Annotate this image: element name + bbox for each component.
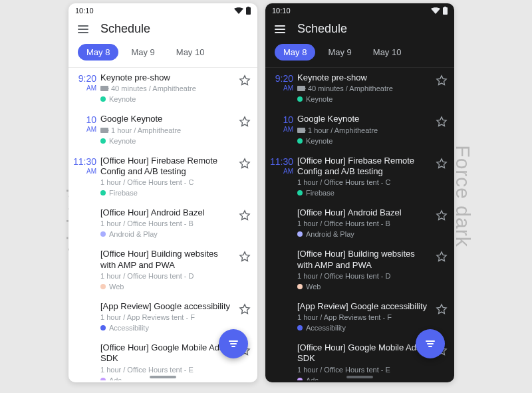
battery-icon (246, 7, 251, 15)
event-title: [Office Hour] Building websites with AMP… (100, 249, 251, 271)
status-time: 10:10 (75, 7, 94, 15)
tag-label: Ads (109, 376, 122, 381)
filter-icon (229, 340, 238, 347)
star-icon[interactable] (239, 303, 251, 318)
event-time-col (265, 342, 297, 380)
menu-icon[interactable] (275, 25, 285, 33)
star-icon[interactable] (436, 251, 448, 265)
event-time-col: 9:20AM (68, 72, 100, 104)
star-icon[interactable] (436, 158, 448, 172)
event-item[interactable]: 9:20AMKeynote pre-show40 minutes / Amphi… (68, 68, 257, 109)
event-subtitle: 40 minutes / Amphitheatre (297, 84, 448, 92)
event-title: Keynote pre-show (100, 72, 251, 83)
event-subtitle: 1 hour / Office Hours tent - D (297, 272, 448, 280)
event-item[interactable]: [Office Hour] Android Bazel1 hour / Offi… (68, 203, 257, 244)
event-time-period: AM (68, 168, 96, 175)
event-time: 11:30 (68, 157, 96, 166)
tag-dot-icon (100, 325, 106, 330)
star-icon[interactable] (239, 158, 251, 172)
star-icon[interactable] (239, 74, 251, 89)
date-chip-2[interactable]: May 10 (364, 44, 410, 61)
tag-dot-icon (100, 231, 106, 237)
event-item[interactable]: 11:30AM[Office Hour] Firebase Remote Con… (68, 151, 257, 203)
date-chips: May 8May 9May 10 (68, 40, 257, 68)
event-time-period: AM (265, 126, 293, 133)
page-title: Schedule (100, 22, 150, 36)
tag-label: Android & Play (306, 230, 354, 238)
event-item[interactable]: [Office Hour] Building websites with AMP… (68, 244, 257, 297)
event-subtitle: 1 hour / Amphitheatre (100, 126, 251, 134)
event-tag: Web (100, 283, 124, 291)
filter-fab[interactable] (219, 329, 248, 358)
tag-label: Web (306, 283, 321, 291)
event-subtitle: 1 hour / Office Hours tent - B (100, 219, 251, 227)
event-item[interactable]: [Office Hour] Building websites with AMP… (265, 244, 454, 297)
event-time-period: AM (68, 126, 96, 133)
tag-dot-icon (297, 190, 303, 196)
event-time-col: 10AM (68, 114, 100, 146)
event-title: Google Keynote (297, 114, 448, 124)
event-subtitle: 1 hour / Office Hours tent - D (100, 272, 251, 280)
event-tag: Android & Play (100, 230, 158, 238)
event-time-col: 9:20AM (265, 72, 297, 104)
event-subtitle: 1 hour / Amphitheatre (297, 126, 448, 134)
event-title: [Office Hour] Building websites with AMP… (297, 249, 448, 271)
svg-rect-0 (246, 7, 251, 15)
menu-icon[interactable] (78, 25, 88, 33)
star-icon[interactable] (436, 74, 448, 89)
date-chip-2[interactable]: May 10 (168, 44, 213, 61)
date-chip-1[interactable]: May 9 (122, 44, 163, 61)
event-time-col (68, 301, 100, 333)
tag-dot-icon (297, 378, 303, 381)
event-title: Keynote pre-show (297, 72, 448, 83)
event-item[interactable]: 9:20AMKeynote pre-show40 minutes / Amphi… (265, 68, 454, 109)
filter-fab[interactable] (416, 329, 445, 358)
gesture-bar[interactable] (346, 376, 373, 378)
tag-dot-icon (100, 138, 106, 144)
wifi-icon (431, 7, 440, 14)
star-icon[interactable] (436, 303, 448, 318)
star-icon[interactable] (239, 116, 251, 130)
event-tag: Web (297, 283, 321, 291)
event-tag: Firebase (297, 189, 334, 197)
event-item[interactable]: 11:30AM[Office Hour] Firebase Remote Con… (265, 151, 454, 203)
event-subtitle: 1 hour / Office Hours tent - C (100, 178, 251, 186)
star-icon[interactable] (239, 251, 251, 265)
video-icon (100, 86, 108, 91)
tag-label: Ads (306, 376, 319, 381)
svg-rect-1 (247, 7, 249, 8)
video-icon (297, 86, 305, 91)
event-tag: Keynote (100, 137, 136, 145)
event-title: [Office Hour] Android Bazel (100, 207, 251, 218)
status-bar: 10:10 (68, 3, 257, 18)
date-chip-0[interactable]: May 8 (275, 44, 315, 61)
gesture-bar[interactable] (150, 376, 176, 378)
event-time: 11:30 (265, 157, 293, 166)
date-chip-0[interactable]: May 8 (78, 44, 118, 61)
event-item[interactable]: 10AMGoogle Keynote1 hour / AmphitheatreK… (265, 109, 454, 150)
event-time-col (68, 342, 100, 380)
date-chip-1[interactable]: May 9 (319, 44, 360, 61)
tag-label: Firebase (109, 189, 138, 197)
star-icon[interactable] (436, 116, 448, 130)
event-title: [App Review] Google accessibility (297, 301, 448, 312)
video-icon (297, 128, 305, 133)
tag-label: Web (109, 283, 124, 291)
tag-dot-icon (100, 96, 106, 102)
page-title: Schedule (297, 22, 347, 36)
event-time-col: 10AM (265, 114, 297, 146)
event-item[interactable]: 10AMGoogle Keynote1 hour / AmphitheatreK… (68, 109, 257, 150)
event-item[interactable]: [Office Hour] Android Bazel1 hour / Offi… (265, 203, 454, 244)
event-time-period: AM (68, 84, 96, 92)
event-subtitle: 1 hour / App Reviews tent - F (297, 313, 448, 321)
tag-label: Accessibility (306, 324, 346, 332)
event-subtitle: 1 hour / App Reviews tent - F (100, 313, 251, 321)
event-time-col (265, 207, 297, 239)
tag-dot-icon (297, 284, 303, 289)
event-tag: Ads (297, 376, 319, 381)
status-bar: 10:10 (265, 3, 454, 18)
theme-label-dark: Force dark (451, 145, 473, 247)
star-icon[interactable] (436, 209, 448, 224)
event-time-col: 11:30AM (68, 156, 100, 199)
star-icon[interactable] (239, 209, 251, 224)
